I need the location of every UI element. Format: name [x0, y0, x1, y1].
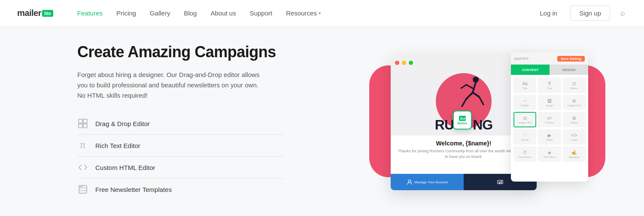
svg-rect-21 [499, 182, 500, 184]
panel-block-divider[interactable]: ─ Divider [513, 95, 536, 110]
feature-list: Drag & Drop Editor T Rich Text Editor [77, 113, 283, 200]
image-text2-block-icon: ⊟ [523, 116, 527, 120]
panel-block-label: Divider [521, 104, 529, 107]
gallery-block-icon: ⊠ [572, 116, 576, 120]
panel-block-countdown[interactable]: ⏱ Countdown [513, 146, 536, 162]
panel-block-label: Image+Text [568, 104, 581, 107]
social-block-icon: ♡ [523, 133, 527, 138]
feature-item-drag: Drag & Drop Editor [77, 113, 283, 135]
countdown-block-icon: ⏱ [523, 150, 527, 155]
panel-block-social[interactable]: ♡ Social [513, 129, 536, 145]
svg-rect-2 [79, 124, 82, 128]
nav-about[interactable]: About us [204, 0, 243, 27]
panel-block-text[interactable]: ¶ Text [538, 77, 561, 93]
signup-button[interactable]: Sign up [570, 6, 610, 21]
browser-mockup: RUNNNG Welcome, {$name}! Thanks for join… [382, 48, 588, 194]
image-block-icon: 🖼 [547, 99, 552, 103]
search-icon[interactable]: ⌕ [619, 7, 627, 19]
dot-yellow [402, 61, 406, 65]
panel-grid: Aa Title ¶ Text ⊡ Button ─ Divider [511, 75, 588, 164]
template-icon [77, 184, 88, 195]
nav-blog[interactable]: Blog [177, 0, 204, 27]
nav-features[interactable]: Features [70, 0, 109, 27]
panel-block-label: Image+Text [518, 121, 532, 124]
panel-block-label: Social [521, 139, 528, 141]
login-button[interactable]: Log in [535, 9, 562, 17]
svg-point-10 [82, 186, 83, 188]
panel-block-product[interactable]: 🏷 Product [538, 112, 561, 127]
panel-block-label: Countdown [518, 156, 531, 158]
nav-links: Features Pricing Gallery Blog About us S… [70, 0, 535, 27]
feature-item-text: T Rich Text Editor [77, 135, 283, 157]
hero-title: Create Amazing Campaigns [77, 43, 283, 61]
feature-item-template: Free Newsletter Templates [77, 179, 283, 200]
panel-block-label: Button [571, 87, 578, 89]
video-block-icon: ▶ [548, 133, 551, 138]
svg-line-16 [479, 97, 483, 105]
svg-rect-22 [501, 181, 501, 184]
email-body-text: Thanks for joining Runners Community fro… [398, 148, 530, 159]
panel-block-label: Text [547, 87, 552, 89]
panel-topbar: EASYFIT Save Editing [511, 52, 588, 65]
dot-red [395, 61, 399, 65]
feature-label-html: Custom HTML Editor [95, 164, 155, 171]
runner-silhouette [453, 75, 488, 114]
svg-text:Button: Button [460, 117, 466, 120]
svg-line-14 [462, 99, 466, 106]
panel-block-code[interactable]: </> Code [563, 129, 586, 145]
svg-point-11 [473, 77, 479, 83]
panel-block-label: Product [545, 121, 554, 124]
logo[interactable]: mailer lite [17, 8, 53, 18]
floating-editor-button[interactable]: Button Button [453, 111, 472, 130]
nav-gallery[interactable]: Gallery [143, 0, 177, 27]
feature-item-html: Custom HTML Editor [77, 157, 283, 179]
svg-rect-3 [83, 124, 87, 128]
hero-content: Create Amazing Campaigns Forget about hi… [77, 43, 301, 200]
panel-window-label: EASYFIT [514, 57, 529, 61]
nav-right: Log in Sign up ⌕ [535, 6, 627, 21]
rss-block-icon: ◈ [548, 150, 551, 155]
feature-label-template: Free Newsletter Templates [95, 186, 172, 193]
chevron-down-icon: ▾ [319, 11, 321, 15]
panel-tabs: CONTENT DESIGN [511, 65, 588, 75]
title-block-icon: Aa [522, 81, 528, 86]
panel-block-label: Gallery [570, 121, 578, 124]
footer-blue: Manage Your Account [391, 174, 464, 190]
svg-rect-20 [498, 180, 503, 184]
tab-content[interactable]: CONTENT [511, 65, 550, 75]
panel-block-button[interactable]: ⊡ Button [563, 77, 586, 93]
feature-label-drag: Drag & Drop Editor [95, 120, 150, 127]
svg-text:T: T [79, 142, 84, 149]
panel-block-video[interactable]: ▶ Video [538, 129, 561, 145]
nav-resources[interactable]: Resources ▾ [279, 0, 328, 27]
signature-block-icon: ✍ [571, 150, 577, 155]
panel-block-image-text2[interactable]: ⊟ Image+Text [513, 112, 536, 127]
logo-badge: lite [42, 10, 53, 17]
panel-block-image-text[interactable]: ⊞ Image+Text [563, 95, 586, 110]
panel-block-title[interactable]: Aa Title [513, 77, 536, 93]
svg-line-13 [466, 93, 473, 99]
svg-line-17 [466, 85, 473, 88]
panel-block-label: Code [571, 139, 577, 141]
nav-pricing[interactable]: Pricing [109, 0, 143, 27]
panel-block-label: Signature [568, 156, 580, 158]
image-text-block-icon: ⊞ [572, 99, 576, 103]
divider-block-icon: ─ [523, 99, 526, 103]
hero-section: Create Amazing Campaigns Forget about hi… [0, 27, 644, 216]
tab-design[interactable]: DESIGN [550, 65, 588, 75]
dot-green [409, 61, 413, 65]
save-editing-button[interactable]: Save Editing [557, 56, 585, 62]
nav-support[interactable]: Support [243, 0, 279, 27]
drag-drop-icon [77, 118, 88, 129]
panel-block-gallery[interactable]: ⊠ Gallery [563, 112, 586, 127]
panel-block-signature[interactable]: ✍ Signature [563, 146, 586, 162]
panel-block-label: Video [546, 139, 553, 141]
panel-block-rss[interactable]: ◈ RSS Items [538, 146, 561, 162]
hero-description: Forget about hiring a designer. Our Drag… [77, 70, 266, 101]
feature-label-text: Rich Text Editor [95, 142, 140, 149]
svg-rect-0 [79, 119, 82, 123]
svg-line-18 [461, 85, 466, 88]
panel-block-label: Image [546, 104, 553, 107]
footer-label: Manage Your Account [414, 180, 448, 184]
panel-block-image[interactable]: 🖼 Image [538, 95, 561, 110]
